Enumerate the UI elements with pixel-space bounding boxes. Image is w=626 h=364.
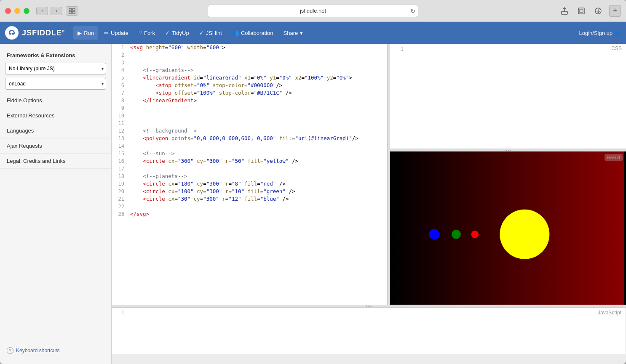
code-line: 13 <polygon points="0,0 600,0 600,600, 0… [112, 135, 387, 142]
css-editor[interactable]: 1 CSS [390, 44, 626, 149]
resize-indicator [506, 150, 511, 151]
line-number: 22 [112, 203, 128, 210]
download-icon[interactable] [592, 5, 604, 17]
line-number: 19 [112, 180, 128, 188]
line-code: <circle cx="100" cy="300" r="10" fill="g… [128, 188, 387, 195]
tidyup-button[interactable]: ✓ TidyUp [161, 26, 193, 40]
resize-dot [370, 306, 372, 307]
login-button[interactable]: Login/Sign up 👤 [579, 30, 621, 36]
code-line: 16 <circle cx="300" cy="300" r="50" fill… [112, 157, 387, 165]
html-editor-pane[interactable]: 1<svg height="600" width="600">2 3 4 <!-… [112, 44, 387, 305]
jshint-button[interactable]: ✓ JSHint [195, 26, 226, 40]
line-code [128, 59, 387, 66]
result-label: Result [605, 154, 623, 161]
update-button[interactable]: ✏ Update [100, 26, 133, 40]
maximize-button[interactable] [24, 8, 29, 14]
sidebar-item-legal[interactable]: Legal, Credits and Links [0, 154, 111, 169]
load-type-select[interactable]: onLoad [5, 78, 106, 90]
back-button[interactable]: ‹ [36, 7, 48, 15]
jshint-icon: ✓ [199, 30, 204, 36]
sidebar-footer: ? Keyboard shortcuts [0, 342, 111, 359]
collaboration-button[interactable]: 👥 Collaboration [228, 26, 278, 40]
line-number: 2 [112, 51, 128, 59]
check-icon: ✓ [165, 30, 170, 36]
line-number: 23 [112, 210, 128, 218]
fork-label: Fork [144, 30, 155, 36]
svg-point-11 [500, 210, 549, 259]
code-line: 8 </linearGradient> [112, 97, 387, 104]
code-line: 17 [112, 165, 387, 173]
line-code [128, 112, 387, 120]
sidebar-item-fiddle-options[interactable]: Fiddle Options [0, 93, 111, 108]
load-type-select-wrap: onLoad ▾ [5, 78, 106, 90]
tab-view-icon[interactable] [66, 6, 78, 16]
forward-button[interactable]: › [51, 7, 62, 15]
address-bar[interactable]: jsfiddle.net ↻ [208, 5, 418, 17]
line-number: 17 [112, 165, 128, 173]
line-code: <stop offset="100%" stop-color="#B71C1C"… [128, 89, 387, 97]
code-line: 10 [112, 112, 387, 120]
logo-text-label: JSFIDDLE [22, 29, 62, 37]
code-line: 20 <circle cx="100" cy="300" r="10" fill… [112, 188, 387, 195]
code-line: 12 <!--background--> [112, 127, 387, 135]
sidebar-item-label: Languages [7, 128, 34, 134]
js-line-numbers: 1 [112, 308, 128, 354]
sidebar-item-external-resources[interactable]: External Resources [0, 108, 111, 123]
share-label: Share [284, 30, 298, 36]
line-code: <svg height="600" width="600"> [128, 44, 387, 51]
code-line: 18 <!--planets--> [112, 173, 387, 180]
panel-bottom: 1 JavaScript [112, 307, 626, 356]
minimize-button[interactable] [14, 8, 20, 14]
jsfiddle-toolbar: JSFIDDLEα ▶ Run ✏ Update ⑂ Fork ✓ TidyUp… [0, 22, 626, 44]
sidebar-section-title: Frameworks & Extensions [0, 49, 111, 63]
resize-dot [510, 150, 511, 151]
line-number: 21 [112, 195, 128, 203]
line-code: <!--gradients--> [128, 66, 387, 74]
line-number: 7 [112, 89, 128, 97]
line-code: <polygon points="0,0 600,0 600,600, 0,60… [128, 135, 387, 142]
fullscreen-icon[interactable] [575, 5, 587, 17]
reload-button[interactable]: ↻ [410, 8, 415, 14]
run-label: Run [84, 30, 94, 36]
new-tab-button[interactable]: + [609, 5, 621, 17]
tab-switcher[interactable] [66, 6, 78, 16]
code-line: 4 <!--gradients--> [112, 66, 387, 74]
line-code [128, 203, 387, 210]
sidebar-item-languages[interactable]: Languages [0, 123, 111, 138]
sidebar-item-ajax-requests[interactable]: Ajax Requests [0, 138, 111, 154]
line-code [128, 51, 387, 59]
svg-rect-5 [578, 8, 584, 14]
keyboard-shortcuts-link[interactable]: Keyboard shortcuts [16, 348, 59, 353]
fork-button[interactable]: ⑂ Fork [134, 26, 159, 40]
share-icon[interactable] [559, 5, 570, 17]
code-line: 22 [112, 203, 387, 210]
code-line: 1<svg height="600" width="600"> [112, 44, 387, 51]
html-editor[interactable]: 1<svg height="600" width="600">2 3 4 <!-… [112, 44, 388, 305]
tabs-icon [69, 8, 75, 14]
line-number: 3 [112, 59, 128, 66]
line-number: 14 [112, 142, 128, 150]
login-label: Login/Sign up [579, 30, 613, 36]
line-number: 6 [112, 82, 128, 89]
code-line: 7 <stop offset="100%" stop-color="#B71C1… [112, 89, 387, 97]
css-editor-inner: 1 CSS [390, 44, 626, 149]
svg-rect-2 [69, 11, 72, 13]
jsfiddle-logo-svg [7, 28, 16, 37]
js-content[interactable] [128, 308, 594, 354]
library-select[interactable]: No-Library (pure JS) [5, 63, 106, 74]
share-button[interactable]: Share ▾ [279, 26, 308, 40]
line-code: <!--planets--> [128, 173, 387, 180]
run-button[interactable]: ▶ Run [73, 26, 98, 40]
result-panel: Result [390, 151, 626, 305]
collab-icon: 👥 [232, 30, 239, 36]
css-content[interactable] [407, 44, 607, 149]
code-line: 14 [112, 142, 387, 150]
line-number: 11 [112, 120, 128, 127]
js-editor[interactable]: 1 JavaScript [112, 308, 626, 354]
code-line: 3 [112, 59, 387, 66]
sidebar-item-label: Ajax Requests [7, 143, 42, 149]
close-button[interactable] [5, 8, 11, 14]
dropdown-icon: ▾ [300, 30, 303, 36]
line-code: <circle cx="30" cy="300" r="12" fill="bl… [128, 195, 387, 203]
resize-dot [508, 150, 509, 151]
